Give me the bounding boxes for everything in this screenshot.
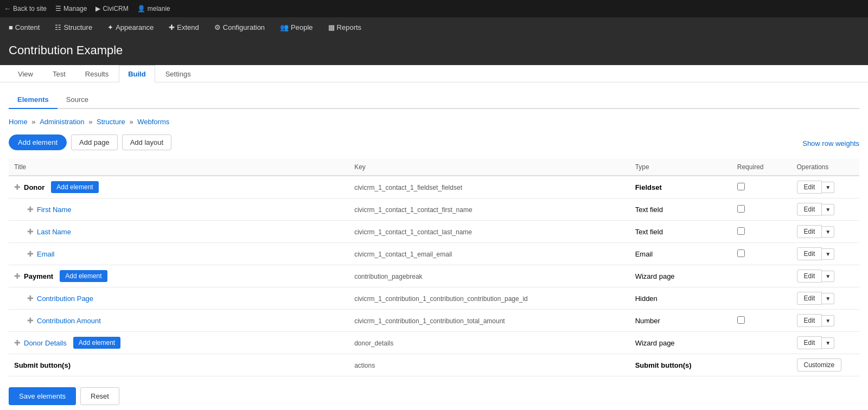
ops-email: Edit ▼ xyxy=(797,247,854,260)
title-cell-email: ✚ Email xyxy=(14,249,343,258)
edit-contribpage-dropdown[interactable]: ▼ xyxy=(822,293,834,304)
table-row: ✚ Contribution Page civicrm_1_contributi… xyxy=(9,287,859,310)
required-donor[interactable] xyxy=(737,183,745,190)
table-row: Submit button(s) actions Submit button(s… xyxy=(9,354,859,376)
config-icon: ⚙ xyxy=(214,23,221,31)
edit-payment-button[interactable]: Edit xyxy=(797,270,822,283)
title-cell-donordetails: ✚ Donor Details Add element xyxy=(14,337,343,349)
tab-settings[interactable]: Settings xyxy=(156,65,200,82)
drag-handle[interactable]: ✚ xyxy=(14,272,21,280)
key-submit: actions xyxy=(354,362,375,369)
edit-contribpage-button[interactable]: Edit xyxy=(797,292,822,305)
show-row-weights-link[interactable]: Show row weights xyxy=(802,139,859,148)
reset-button[interactable]: Reset xyxy=(80,387,119,405)
title-cell-firstname: ✚ First Name xyxy=(14,205,343,214)
content-icon: ■ xyxy=(9,23,13,31)
manage-icon: ☰ xyxy=(55,5,61,12)
type-firstname: Text field xyxy=(635,206,663,214)
user-label: melanie xyxy=(148,5,170,12)
user-link[interactable]: 👤 melanie xyxy=(137,5,170,12)
title-cell-donor: ✚ Donor Add element xyxy=(14,181,343,193)
breadcrumb-home[interactable]: Home xyxy=(9,118,28,126)
drag-handle[interactable]: ✚ xyxy=(14,183,21,191)
required-contribamount[interactable] xyxy=(737,316,745,324)
breadcrumb-admin[interactable]: Administration xyxy=(40,118,84,126)
nav-people[interactable]: 👥 People xyxy=(278,17,315,37)
tab-view[interactable]: View xyxy=(9,65,42,82)
add-element-payment-button[interactable]: Add element xyxy=(60,270,107,282)
ops-contribpage: Edit ▼ xyxy=(797,292,854,305)
drag-handle[interactable]: ✚ xyxy=(27,294,34,303)
edit-payment-dropdown[interactable]: ▼ xyxy=(822,271,834,282)
people-icon: 👥 xyxy=(280,23,289,31)
drag-handle[interactable]: ✚ xyxy=(27,227,34,236)
nav-reports[interactable]: ▩ Reports xyxy=(326,17,364,37)
subtab-source[interactable]: Source xyxy=(58,91,97,109)
drag-handle[interactable]: ✚ xyxy=(14,338,21,347)
key-contribpage: civicrm_1_contribution_1_contribution_co… xyxy=(354,295,528,303)
add-layout-button[interactable]: Add layout xyxy=(122,134,171,150)
tab-test[interactable]: Test xyxy=(43,65,75,82)
col-type: Type xyxy=(630,159,732,176)
element-title-contribpage[interactable]: Contribution Page xyxy=(37,294,93,303)
save-elements-button[interactable]: Save elements xyxy=(9,387,76,405)
nav-appearance[interactable]: ✦ Appearance xyxy=(105,17,156,37)
edit-contribamount-button[interactable]: Edit xyxy=(797,314,822,327)
edit-firstname-dropdown[interactable]: ▼ xyxy=(822,204,834,215)
nav-content[interactable]: ■ Content xyxy=(7,17,42,37)
ops-donor: Edit ▼ xyxy=(797,181,854,194)
breadcrumb-structure[interactable]: Structure xyxy=(97,118,125,126)
ops-donordetails: Edit ▼ xyxy=(797,336,854,349)
manage-label: Manage xyxy=(63,5,87,12)
element-title-lastname[interactable]: Last Name xyxy=(37,228,71,236)
subtab-elements[interactable]: Elements xyxy=(9,91,58,109)
edit-donordetails-dropdown[interactable]: ▼ xyxy=(822,337,834,349)
nav-structure[interactable]: ☷ Structure xyxy=(53,17,94,37)
civicrm-link[interactable]: ▶ CiviCRM xyxy=(95,5,128,12)
ops-contribamount: Edit ▼ xyxy=(797,314,854,327)
edit-email-button[interactable]: Edit xyxy=(797,247,822,260)
add-element-button[interactable]: Add element xyxy=(9,134,67,150)
edit-donordetails-button[interactable]: Edit xyxy=(797,336,822,349)
required-email[interactable] xyxy=(737,249,745,257)
edit-lastname-dropdown[interactable]: ▼ xyxy=(822,226,834,238)
element-title-email[interactable]: Email xyxy=(37,250,55,258)
type-contribpage: Hidden xyxy=(635,294,658,303)
edit-contribamount-dropdown[interactable]: ▼ xyxy=(822,315,834,326)
back-to-site-link[interactable]: ← Back to site xyxy=(4,5,47,12)
nav-configuration[interactable]: ⚙ Configuration xyxy=(212,17,267,37)
edit-email-dropdown[interactable]: ▼ xyxy=(822,248,834,260)
edit-donor-dropdown[interactable]: ▼ xyxy=(822,182,834,193)
required-firstname[interactable] xyxy=(737,205,745,213)
element-title-firstname[interactable]: First Name xyxy=(37,206,72,214)
element-title-donor: Donor xyxy=(24,183,44,191)
key-email: civicrm_1_contact_1_email_email xyxy=(354,251,452,258)
breadcrumb-webforms[interactable]: Webforms xyxy=(137,118,169,126)
tab-build[interactable]: Build xyxy=(119,65,155,82)
required-lastname[interactable] xyxy=(737,227,745,235)
tab-results[interactable]: Results xyxy=(76,65,118,82)
nav-extend[interactable]: ✚ Extend xyxy=(167,17,201,37)
key-firstname: civicrm_1_contact_1_contact_first_name xyxy=(354,206,472,214)
key-contribamount: civicrm_1_contribution_1_contribution_to… xyxy=(354,317,505,325)
civicrm-label: CiviCRM xyxy=(103,5,128,12)
drag-handle[interactable]: ✚ xyxy=(27,249,34,258)
edit-donor-button[interactable]: Edit xyxy=(797,181,822,194)
footer-buttons: Save elements Reset xyxy=(9,387,859,405)
elements-table: Title Key Type Required Operations ✚ Don… xyxy=(9,159,859,376)
title-cell-contribpage: ✚ Contribution Page xyxy=(14,294,343,303)
edit-firstname-button[interactable]: Edit xyxy=(797,203,822,216)
add-element-donor-button[interactable]: Add element xyxy=(51,181,98,193)
customize-submit-button[interactable]: Customize xyxy=(797,358,842,371)
sub-tabs: Elements Source xyxy=(9,91,859,109)
element-title-donordetails[interactable]: Donor Details xyxy=(24,339,67,347)
manage-link[interactable]: ☰ Manage xyxy=(55,5,87,12)
drag-handle[interactable]: ✚ xyxy=(27,316,34,325)
drag-handle[interactable]: ✚ xyxy=(27,205,34,214)
edit-lastname-button[interactable]: Edit xyxy=(797,225,822,238)
element-title-contribamount[interactable]: Contribution Amount xyxy=(37,317,101,325)
add-page-button[interactable]: Add page xyxy=(71,134,118,150)
breadcrumb: Home » Administration » Structure » Webf… xyxy=(9,118,859,126)
add-element-donordetails-button[interactable]: Add element xyxy=(73,337,120,349)
element-title-payment: Payment xyxy=(24,272,53,280)
